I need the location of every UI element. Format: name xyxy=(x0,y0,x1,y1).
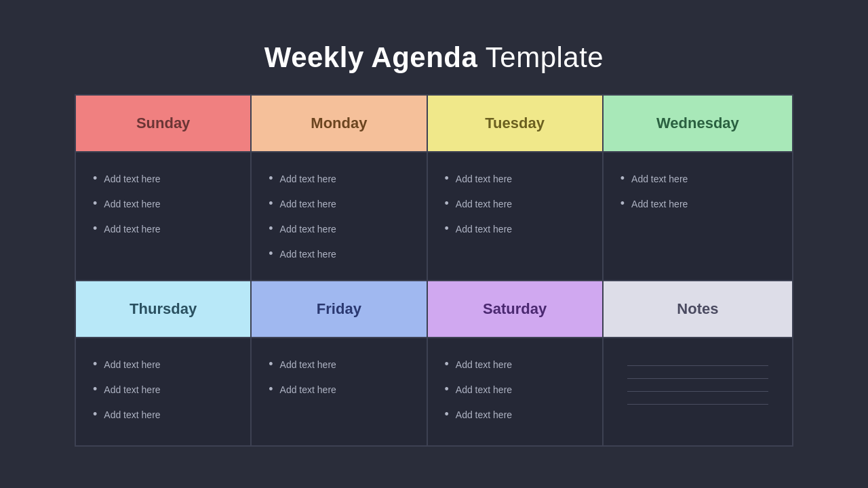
day-header-wednesday: Wednesday xyxy=(603,95,793,152)
agenda-item: Add text here xyxy=(445,191,585,216)
agenda-item: Add text here xyxy=(269,216,409,241)
notes-line xyxy=(627,378,768,379)
agenda-item: Add text here xyxy=(269,241,409,266)
agenda-table: SundayMondayTuesdayWednesdayAdd text her… xyxy=(75,94,793,447)
agenda-item: Add text here xyxy=(445,166,585,191)
day-header-notes: Notes xyxy=(603,281,793,338)
agenda-item: Add text here xyxy=(93,377,233,402)
title-bold: Weekly Agenda xyxy=(264,41,478,73)
content-cell-tuesday: Add text hereAdd text hereAdd text here xyxy=(427,152,603,281)
agenda-item: Add text here xyxy=(93,166,233,191)
agenda-item: Add text here xyxy=(445,216,585,241)
agenda-item: Add text here xyxy=(445,402,585,427)
page-title: Weekly Agenda Template xyxy=(264,41,604,74)
content-cell-monday: Add text hereAdd text hereAdd text hereA… xyxy=(251,152,427,281)
agenda-item: Add text here xyxy=(93,402,233,427)
agenda-item: Add text here xyxy=(269,377,409,402)
agenda-item: Add text here xyxy=(620,191,775,216)
day-header-tuesday: Tuesday xyxy=(427,95,603,152)
agenda-item: Add text here xyxy=(93,191,233,216)
content-cell-friday: Add text hereAdd text here xyxy=(251,338,427,446)
agenda-item: Add text here xyxy=(269,191,409,216)
notes-line xyxy=(627,391,768,392)
title-regular: Template xyxy=(477,41,604,73)
day-header-saturday: Saturday xyxy=(427,281,603,338)
content-cell-saturday: Add text hereAdd text hereAdd text here xyxy=(427,338,603,446)
agenda-item: Add text here xyxy=(269,166,409,191)
agenda-item: Add text here xyxy=(93,216,233,241)
content-cell-thursday: Add text hereAdd text hereAdd text here xyxy=(75,338,251,446)
agenda-item: Add text here xyxy=(269,352,409,377)
agenda-item: Add text here xyxy=(93,352,233,377)
agenda-item: Add text here xyxy=(445,377,585,402)
day-header-monday: Monday xyxy=(251,95,427,152)
agenda-item: Add text here xyxy=(445,352,585,377)
content-cell-wednesday: Add text hereAdd text here xyxy=(603,152,793,281)
agenda-item: Add text here xyxy=(620,166,775,191)
day-header-thursday: Thursday xyxy=(75,281,251,338)
notes-line xyxy=(627,404,768,405)
notes-line xyxy=(627,365,768,366)
day-header-friday: Friday xyxy=(251,281,427,338)
content-cell-sunday: Add text hereAdd text hereAdd text here xyxy=(75,152,251,281)
day-header-sunday: Sunday xyxy=(75,95,251,152)
notes-content-cell xyxy=(603,338,793,446)
